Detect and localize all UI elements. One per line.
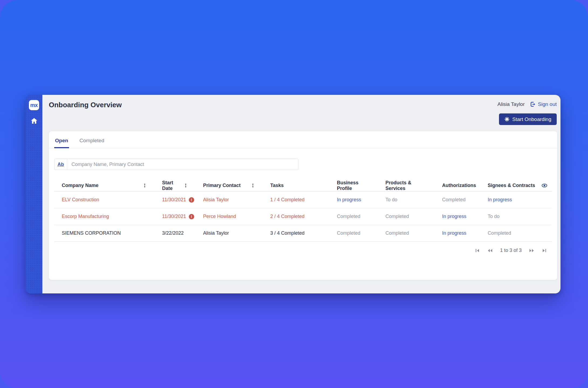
column-header-primary-contact[interactable]: Primary Contact — [203, 183, 270, 188]
onboarding-table: Company Name Start Date — [54, 180, 552, 242]
tab-completed[interactable]: Completed — [79, 131, 105, 148]
cell-primary-contact: Perce Howland — [203, 214, 270, 219]
cell-business-profile: In progress — [337, 197, 385, 203]
cell-signees-contracts: In progress — [488, 197, 552, 203]
table-row[interactable]: Escorp Manufacturing 11/30/2021 ! Perce … — [54, 208, 552, 225]
sidebar-item-home[interactable] — [30, 117, 38, 125]
table-header-row: Company Name Start Date — [54, 180, 552, 192]
column-header-signees-contracts: Signees & Contracts — [488, 182, 552, 189]
sort-icon-company[interactable] — [142, 183, 147, 188]
column-header-business-profile: Business Profile — [337, 180, 385, 191]
cell-start-date: 11/30/2021 ! — [162, 197, 203, 203]
cell-primary-contact: Alisia Taylor — [203, 197, 270, 203]
sign-out-icon — [530, 101, 536, 107]
cell-signees-contracts: To do — [488, 214, 552, 219]
spark-icon — [504, 117, 510, 122]
cell-company: ELV Construction — [54, 197, 162, 203]
sort-icon-start-date[interactable] — [183, 183, 188, 188]
start-onboarding-button[interactable]: Start Onboarding — [499, 113, 557, 125]
column-visibility-eye-icon[interactable] — [541, 182, 548, 189]
user-name: Alisia Taylor — [497, 101, 525, 107]
pagination-last-button[interactable] — [542, 248, 547, 253]
page-background: mx Onboarding Overview Alisia Taylor — [0, 0, 588, 388]
cell-signees-contracts: Completed — [488, 230, 552, 236]
cell-company: Escorp Manufacturing — [54, 214, 162, 219]
column-header-authorizations: Authorizations — [442, 183, 488, 188]
cell-business-profile: Completed — [337, 230, 385, 236]
cell-start-date: 3/22/2022 — [162, 230, 203, 236]
app-window: mx Onboarding Overview Alisia Taylor — [26, 95, 560, 293]
column-header-tasks: Tasks — [270, 183, 337, 188]
cell-business-profile: Completed — [337, 214, 385, 219]
sign-out-button[interactable]: Sign out — [530, 101, 557, 107]
pagination-first-button[interactable] — [475, 248, 480, 253]
table-row[interactable]: ELV Construction 11/30/2021 ! Alisia Tay… — [54, 192, 552, 208]
action-row: Start Onboarding — [42, 109, 560, 125]
column-header-company[interactable]: Company Name — [54, 183, 162, 188]
tab-bar: Open Completed — [49, 131, 557, 148]
search-box: Ab — [54, 159, 298, 170]
cell-tasks: 3 / 4 Completed — [270, 230, 337, 236]
column-header-start-date[interactable]: Start Date — [162, 180, 203, 191]
column-header-products-services: Products & Services — [385, 180, 442, 191]
pagination-previous-button[interactable] — [487, 248, 493, 253]
cell-primary-contact: Alisia Taylor — [203, 230, 270, 236]
main-content: Onboarding Overview Alisia Taylor Sign o… — [42, 95, 560, 293]
mendix-logo: mx — [29, 100, 39, 110]
cell-products-services: To do — [385, 197, 442, 203]
start-onboarding-label: Start Onboarding — [512, 116, 551, 122]
cell-products-services: Completed — [385, 214, 442, 219]
overview-card: Open Completed Ab Company Name — [49, 131, 557, 280]
sidebar: mx — [26, 95, 42, 293]
pagination: 1 to 3 of 3 — [49, 248, 547, 253]
page-title: Onboarding Overview — [49, 101, 122, 109]
sort-icon-primary-contact[interactable] — [250, 183, 255, 188]
cell-authorizations: In progress — [442, 230, 488, 236]
cell-tasks: 1 / 4 Completed — [270, 197, 337, 203]
user-area: Alisia Taylor Sign out — [497, 101, 557, 107]
cell-tasks: 2 / 4 Completed — [270, 214, 337, 219]
pagination-range-label: 1 to 3 of 3 — [500, 248, 522, 253]
mendix-logo-text: mx — [30, 102, 38, 108]
cell-products-services: Completed — [385, 230, 442, 236]
cell-start-date: 11/30/2021 ! — [162, 214, 203, 219]
table-row[interactable]: SIEMENS CORPORATION 3/22/2022 Alisia Tay… — [54, 225, 552, 242]
search-input[interactable] — [67, 159, 298, 170]
cell-company: SIEMENS CORPORATION — [54, 230, 162, 236]
home-icon — [30, 117, 38, 124]
tab-open[interactable]: Open — [54, 131, 69, 148]
top-bar: Onboarding Overview Alisia Taylor Sign o… — [42, 95, 560, 109]
sign-out-label: Sign out — [538, 101, 557, 107]
text-filter-icon: Ab — [54, 159, 67, 170]
warning-icon: ! — [189, 197, 194, 203]
cell-authorizations: Completed — [442, 197, 488, 203]
warning-icon: ! — [189, 214, 194, 219]
cell-authorizations: In progress — [442, 214, 488, 219]
pagination-next-button[interactable] — [529, 248, 535, 253]
